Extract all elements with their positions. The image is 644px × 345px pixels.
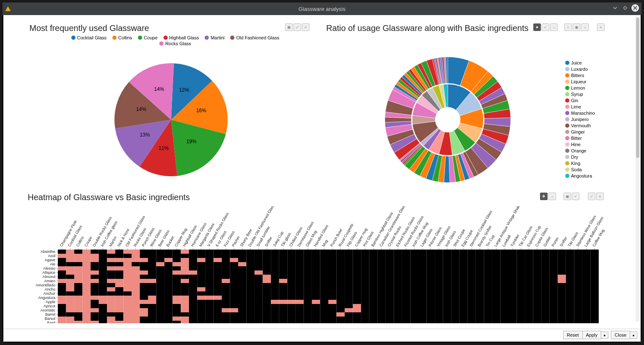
panel2-tool-check-icon[interactable]: ✓ [542, 23, 549, 31]
legend-item[interactable]: Dry [565, 154, 595, 160]
svg-rect-732 [402, 287, 410, 291]
panel2-tool-square-icon[interactable]: ▣ [573, 23, 580, 31]
legend-item[interactable]: Coupe [138, 35, 157, 40]
svg-rect-225 [148, 258, 156, 262]
svg-rect-1245 [148, 321, 156, 323]
legend-item[interactable]: Junipero [565, 117, 595, 122]
panel2-tool-search-icon[interactable]: ⌕ [550, 23, 558, 31]
svg-rect-812 [500, 291, 509, 296]
legend-item[interactable]: Angostura [565, 173, 595, 178]
svg-rect-1026 [582, 304, 591, 308]
svg-rect-810 [484, 291, 492, 296]
svg-rect-1018 [517, 304, 525, 308]
svg-rect-1109 [148, 312, 156, 317]
legend-item[interactable]: Rocks Glass [159, 41, 191, 46]
svg-rect-1061 [312, 308, 320, 312]
panel2-tool-search2-icon[interactable]: ⌕ [581, 23, 589, 31]
svg-rect-585 [312, 279, 320, 283]
svg-rect-1189 [247, 317, 255, 321]
svg-rect-291 [132, 262, 140, 266]
svg-rect-669 [443, 283, 452, 287]
apply-button[interactable]: Apply [583, 331, 602, 339]
minimize-button[interactable] [611, 4, 619, 12]
legend-item[interactable]: Bitter [565, 136, 595, 141]
panel2-tool-list-icon[interactable]: ≡ [597, 23, 605, 31]
svg-rect-1230 [582, 317, 591, 321]
panel3-tool-check-icon[interactable]: ✓ [572, 193, 579, 200]
panel2-tool-star-icon[interactable]: ★ [533, 23, 541, 31]
svg-rect-1136 [369, 312, 378, 317]
svg-rect-1269 [345, 321, 353, 323]
svg-rect-255 [394, 258, 402, 262]
svg-rect-639 [197, 283, 205, 287]
legend-swatch [565, 111, 569, 115]
panel1-tool-expand-icon[interactable]: ⤢ [293, 23, 301, 31]
legend-item[interactable]: Soda [565, 167, 595, 172]
maximize-button[interactable] [621, 4, 629, 12]
svg-rect-598 [418, 279, 427, 283]
svg-rect-1149 [476, 312, 484, 317]
panel3-tool-move-icon[interactable]: ✥ [540, 193, 548, 200]
svg-rect-444 [271, 270, 279, 275]
panel1-tool-square-icon[interactable]: ▣ [285, 23, 293, 31]
legend-item[interactable]: Lime [565, 104, 595, 109]
scrollbar-thumb[interactable] [636, 18, 639, 158]
legend-item[interactable]: Cocktail Glass [71, 35, 106, 40]
panel3-tool-search-icon[interactable]: ⌕ [548, 193, 556, 200]
legend-item[interactable]: Maraschino [565, 111, 595, 116]
svg-rect-966 [91, 304, 99, 308]
svg-rect-191 [427, 254, 435, 258]
legend-item[interactable]: Old Fashioned Glass [230, 35, 279, 40]
panel3-tool-expand-icon[interactable]: ⤢ [588, 193, 595, 200]
svg-rect-137 [541, 250, 550, 254]
svg-rect-298 [189, 262, 197, 266]
close-button[interactable]: Close [611, 331, 630, 339]
legend-item[interactable]: Liqueur [565, 79, 595, 84]
legend-item[interactable]: Syrup [565, 92, 595, 97]
legend-item[interactable]: Hine [565, 142, 595, 147]
close-menu-button[interactable]: ▲ [630, 332, 637, 339]
panel3-tool-list-icon[interactable]: ≡ [596, 193, 604, 200]
svg-rect-1224 [533, 317, 542, 321]
close-window-button[interactable] [631, 4, 639, 12]
legend-item[interactable]: Martini [205, 35, 224, 40]
svg-rect-1141 [410, 312, 418, 317]
legend-item[interactable]: Luxardo [565, 67, 595, 72]
legend-label: Orange [571, 148, 587, 153]
svg-rect-242 [287, 258, 296, 262]
svg-rect-911 [197, 300, 205, 304]
legend-item[interactable]: Vermouth [565, 123, 595, 128]
legend-item[interactable]: Orange [565, 148, 595, 153]
legend-item[interactable]: Gin [565, 98, 595, 103]
svg-rect-263 [460, 258, 468, 262]
legend-item[interactable]: Bitters [565, 73, 595, 78]
svg-rect-847 [230, 296, 238, 300]
svg-rect-580 [271, 279, 279, 283]
reset-button[interactable]: Reset [563, 331, 583, 339]
svg-rect-356 [107, 266, 115, 270]
svg-text:19%: 19% [186, 139, 196, 144]
legend-item[interactable]: Highball Glass [164, 35, 199, 40]
panel3-tool-square-icon[interactable]: ▣ [564, 193, 571, 200]
svg-rect-617 [574, 279, 582, 283]
svg-rect-111 [328, 250, 337, 254]
legend-item[interactable]: Lemon [565, 85, 595, 90]
legend-item[interactable]: Ginger [565, 129, 595, 134]
panel1-tool-list-icon[interactable]: ≡ [302, 23, 309, 31]
legend-item[interactable]: King [565, 161, 595, 166]
svg-rect-425 [115, 270, 124, 275]
apply-menu-button[interactable]: ▲ [601, 332, 608, 339]
svg-rect-1176 [140, 317, 148, 321]
panel2-tool-star2-icon[interactable]: ☆ [564, 23, 572, 31]
legend-item[interactable]: Collins [112, 35, 132, 40]
vertical-scrollbar[interactable] [636, 17, 640, 322]
svg-rect-430 [156, 270, 165, 275]
legend-swatch [565, 86, 569, 90]
svg-rect-368 [205, 266, 214, 270]
svg-rect-888 [566, 296, 574, 300]
svg-rect-480 [566, 270, 574, 275]
svg-rect-130 [484, 250, 492, 254]
svg-rect-331 [460, 262, 468, 266]
svg-rect-785 [279, 291, 288, 296]
legend-item[interactable]: Juice [565, 60, 595, 65]
